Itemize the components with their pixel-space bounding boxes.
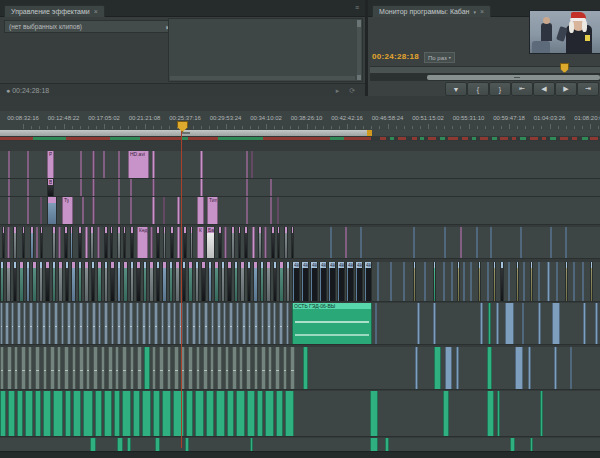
clip[interactable] [573, 262, 575, 301]
clip[interactable] [186, 391, 193, 436]
clip[interactable] [445, 347, 452, 389]
clip[interactable] [22, 227, 25, 258]
clip[interactable] [223, 303, 226, 344]
fit-dropdown[interactable]: По раз ▾ [424, 52, 455, 63]
clip[interactable] [177, 197, 180, 224]
clip[interactable] [8, 197, 10, 224]
clip[interactable] [144, 347, 150, 389]
clip[interactable] [443, 391, 449, 436]
clip[interactable] [377, 262, 379, 301]
clip[interactable] [133, 391, 140, 436]
clip[interactable] [375, 303, 377, 344]
clip[interactable] [257, 391, 263, 436]
clip[interactable] [40, 227, 43, 258]
clip[interactable] [30, 227, 34, 258]
clip[interactable] [173, 391, 184, 436]
clip[interactable] [36, 227, 38, 258]
clip[interactable] [443, 262, 445, 301]
clip[interactable] [279, 262, 284, 301]
clip[interactable] [413, 227, 415, 258]
clip[interactable] [0, 303, 3, 344]
clip[interactable] [175, 262, 180, 301]
clip[interactable] [186, 303, 189, 344]
timeline-tracks[interactable]: РHD.aviВТуТипКедКБа4К4К4К4К4К4К4К4К4КОСТ… [0, 141, 600, 451]
clip[interactable] [283, 347, 287, 389]
clip[interactable] [64, 347, 69, 389]
clip[interactable] [265, 391, 274, 436]
video-preview[interactable] [529, 10, 600, 54]
chevron-down-icon[interactable]: ▾ [473, 9, 476, 15]
clip[interactable] [403, 262, 405, 301]
clip[interactable] [98, 303, 101, 344]
clip[interactable] [28, 347, 32, 389]
clip[interactable] [110, 227, 113, 258]
clip[interactable]: 4К [301, 262, 309, 301]
clip[interactable] [117, 227, 121, 258]
clip[interactable] [496, 303, 499, 344]
timeline-ruler[interactable]: 00:08:32:1600:12:48:2200:17:05:0200:21:2… [0, 111, 600, 131]
clip[interactable] [13, 227, 17, 258]
clip[interactable] [276, 391, 283, 436]
clip[interactable] [40, 197, 42, 224]
clip[interactable] [516, 262, 519, 301]
clip[interactable] [84, 262, 89, 301]
clip[interactable]: К [197, 227, 204, 258]
timeline-bottom-scrollbar[interactable] [0, 451, 600, 458]
clip[interactable] [463, 262, 465, 301]
clip[interactable] [118, 197, 120, 224]
clip[interactable] [152, 179, 155, 196]
clip[interactable] [196, 347, 200, 389]
clip[interactable] [583, 303, 586, 344]
clip[interactable] [167, 347, 171, 389]
clip[interactable] [264, 227, 267, 258]
clip[interactable] [231, 227, 235, 258]
clip[interactable] [32, 262, 37, 301]
clip[interactable] [117, 303, 121, 344]
clip[interactable] [43, 391, 51, 436]
clip[interactable] [250, 438, 253, 451]
clip[interactable] [547, 262, 550, 301]
clip[interactable] [188, 347, 193, 389]
clip[interactable] [86, 303, 89, 344]
clip[interactable] [552, 303, 560, 344]
monitor-playhead-marker[interactable] [560, 63, 569, 73]
clip[interactable] [130, 262, 134, 301]
clip[interactable] [154, 303, 158, 344]
clip[interactable] [540, 391, 543, 436]
clip[interactable] [554, 347, 557, 389]
clip[interactable] [110, 262, 115, 301]
scrollbar-end[interactable] [357, 75, 361, 80]
clip[interactable] [487, 391, 494, 436]
horizontal-scrollbar[interactable] [170, 76, 355, 80]
clip[interactable] [123, 227, 126, 258]
clip[interactable] [550, 227, 552, 258]
close-icon[interactable]: × [94, 8, 98, 15]
effect-timeline-pane[interactable] [168, 18, 363, 82]
clip[interactable]: 4К [328, 262, 336, 301]
track-audio-1[interactable]: ОСТЬ ГЭД-06-ВЫ [0, 303, 600, 345]
clip[interactable] [26, 262, 30, 301]
playhead-line[interactable] [181, 130, 182, 448]
clip[interactable] [565, 227, 567, 258]
clip[interactable] [197, 197, 204, 224]
clip[interactable] [238, 227, 241, 258]
clip[interactable] [118, 151, 120, 178]
clip[interactable] [153, 391, 160, 436]
clip[interactable] [163, 197, 165, 224]
clip[interactable] [6, 262, 11, 301]
clip[interactable] [82, 197, 84, 224]
track-audio-4[interactable] [0, 438, 600, 452]
transport-go-to-in-button[interactable]: ⇤ [511, 82, 533, 96]
clip[interactable] [424, 262, 426, 301]
clip[interactable] [21, 347, 26, 389]
clip[interactable] [510, 438, 515, 451]
transport-mark-out-button[interactable]: } [489, 82, 511, 96]
clip[interactable] [0, 262, 4, 301]
track-video-1b[interactable]: КедКБа [0, 227, 600, 259]
clip[interactable] [218, 227, 222, 258]
clip[interactable] [65, 262, 69, 301]
track-audio-3[interactable] [0, 391, 600, 437]
clip[interactable] [86, 347, 90, 389]
clip[interactable] [415, 347, 418, 389]
clip[interactable]: Ту [62, 197, 73, 224]
